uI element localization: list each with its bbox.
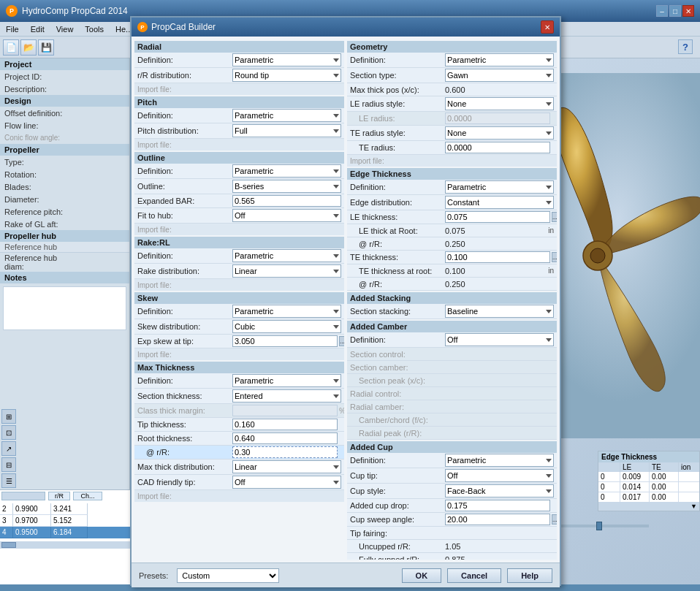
- at-rr-input[interactable]: [232, 446, 338, 458]
- le-thickness-ellipsis[interactable]: ...: [552, 212, 557, 222]
- rake-dist-select[interactable]: Linear: [232, 264, 341, 278]
- pitch-dist-label: Pitch distribution:: [137, 126, 232, 135]
- propeller-section-header[interactable]: Propeller: [0, 144, 129, 156]
- pitch-dist-select[interactable]: Full: [232, 124, 341, 137]
- section-stacking-select[interactable]: Baseline: [445, 305, 554, 318]
- toolbar-save[interactable]: 💾: [38, 39, 54, 56]
- side-btn-2[interactable]: ⊡: [1, 425, 16, 440]
- te-thick-root-row: TE thickness at root: 0.100 in: [347, 264, 557, 278]
- notes-text-area[interactable]: [3, 286, 126, 330]
- geo-def-select[interactable]: Parametric: [445, 53, 554, 66]
- skew-dist-select[interactable]: Cubic: [232, 320, 341, 333]
- outline-select[interactable]: B-series: [232, 180, 341, 193]
- fit-to-hub-select[interactable]: Off: [232, 209, 341, 222]
- rake-rl-def-select[interactable]: Parametric: [232, 249, 341, 262]
- tip-thickness-input[interactable]: [232, 419, 338, 430]
- max-thick-dist-select[interactable]: Linear: [232, 460, 341, 473]
- type-row: Type:: [0, 156, 129, 168]
- te-thick-root-label: TE thickness at root:: [350, 267, 445, 275]
- flow-line-label: Flow line:: [4, 121, 77, 130]
- close-button[interactable]: ✕: [682, 5, 694, 17]
- help-button[interactable]: Help: [507, 568, 552, 583]
- side-btn-5[interactable]: ☰: [1, 473, 16, 488]
- rr-dist-select[interactable]: Round tip: [232, 69, 341, 82]
- cup-tip-select[interactable]: Off: [445, 469, 554, 482]
- toolbar-open[interactable]: 📂: [20, 39, 37, 56]
- max-thick-def-select[interactable]: Parametric: [232, 374, 341, 387]
- cup-sweep-ellipsis[interactable]: ...: [552, 514, 557, 525]
- outline-def-select[interactable]: Parametric: [232, 164, 341, 178]
- notes-section-header[interactable]: Notes: [0, 272, 129, 283]
- type-label: Type:: [4, 158, 77, 167]
- table-row[interactable]: 3 0.9700 5.152: [0, 515, 130, 527]
- radial-camber-row: Radial camber:: [347, 400, 557, 413]
- root-thickness-input[interactable]: [232, 432, 338, 444]
- te-thickness-input[interactable]: [445, 251, 550, 263]
- side-btn-3[interactable]: ↗: [1, 441, 16, 456]
- cup-def-select[interactable]: Parametric: [445, 454, 554, 467]
- te-radius-input[interactable]: [445, 142, 550, 153]
- le-radius-style-select[interactable]: None: [445, 97, 554, 110]
- menu-file[interactable]: File: [0, 23, 25, 35]
- cancel-button[interactable]: Cancel: [447, 568, 501, 583]
- te-radius-style-select[interactable]: None: [445, 126, 554, 140]
- outline-label: Outline:: [137, 182, 232, 191]
- cup-style-label: Cup style:: [350, 487, 445, 495]
- table-row[interactable]: 2 0.9900 3.241: [0, 503, 130, 515]
- cup-drop-input[interactable]: [445, 500, 550, 511]
- cup-sweep-row: Cup sweep angle: ... deg: [347, 513, 557, 527]
- pitch-def-select[interactable]: Parametric: [232, 109, 341, 122]
- te-thickness-ellipsis[interactable]: ...: [552, 252, 557, 262]
- added-cup-drop-label: Added cup drop:: [350, 501, 445, 510]
- col-le: LE: [620, 462, 650, 472]
- at-rr-label: @ r/R:: [137, 448, 232, 457]
- max-thick-def-row: Definition: Parametric: [134, 373, 344, 389]
- help-question-icon[interactable]: ?: [678, 39, 693, 54]
- prop-hub-section-header[interactable]: Propeller hub: [0, 230, 129, 242]
- side-btn-1[interactable]: ⊞: [1, 409, 16, 424]
- slider-thumb[interactable]: [596, 522, 602, 530]
- exp-skew-input[interactable]: [232, 335, 338, 347]
- expanded-bar-input[interactable]: [232, 195, 341, 207]
- exp-skew-ellipsis[interactable]: ...: [339, 336, 344, 346]
- section-peak-label: Section peak (x/c):: [350, 376, 445, 385]
- cad-friendly-select[interactable]: Off: [232, 476, 341, 489]
- camber-def-select[interactable]: Off: [445, 333, 554, 346]
- edge-def-select[interactable]: Parametric: [445, 180, 554, 194]
- table-row-selected[interactable]: 4 0.9500 6.184: [0, 527, 130, 538]
- edge-dist-select[interactable]: Constant: [445, 196, 554, 209]
- skew-def-select[interactable]: Parametric: [232, 305, 341, 318]
- cup-style-select[interactable]: Face-Back: [445, 484, 554, 497]
- conic-flow-label: Conic flow angle:: [4, 134, 77, 142]
- radial-def-select[interactable]: Parametric: [232, 53, 341, 66]
- menu-tools[interactable]: Tools: [79, 23, 110, 35]
- edge-thickness-panel-header: Edge Thickness: [601, 453, 657, 461]
- project-section-header[interactable]: Project: [0, 58, 129, 70]
- section-thickness-select[interactable]: Entered: [232, 389, 341, 403]
- maximize-button[interactable]: □: [669, 5, 681, 17]
- side-btn-4[interactable]: ⊟: [1, 457, 16, 472]
- cup-sweep-label: Cup sweep angle:: [350, 515, 445, 524]
- scroll-down-arrow[interactable]: ▼: [598, 502, 699, 511]
- rake-import-row: Import file:: [134, 279, 344, 291]
- dialog-close-button[interactable]: ✕: [541, 20, 554, 34]
- fit-to-hub-label: Fit to hub:: [137, 211, 232, 220]
- radial-header: Radial: [134, 41, 344, 53]
- le-thickness-input[interactable]: [445, 211, 550, 223]
- menu-edit[interactable]: Edit: [25, 23, 50, 35]
- fully-cupped-rr-label: Fully cupped r/R:: [350, 555, 445, 560]
- ok-button[interactable]: OK: [402, 568, 442, 583]
- rake-rl-def-row: Definition: Parametric: [134, 248, 344, 264]
- presets-select[interactable]: Custom: [177, 568, 279, 583]
- toolbar-new[interactable]: 📄: [3, 39, 19, 56]
- svg-point-2: [590, 248, 605, 263]
- design-section-header[interactable]: Design: [0, 95, 129, 107]
- section-type-select[interactable]: Gawn: [445, 69, 554, 82]
- added-camber-header: Added Camber: [347, 321, 557, 332]
- max-thick-dist-row: Max thick distribution: Linear: [134, 460, 344, 475]
- minimize-button[interactable]: –: [656, 5, 668, 17]
- menu-view[interactable]: View: [50, 23, 80, 35]
- app-icon: P: [6, 5, 18, 17]
- skew-import-row: Import file:: [134, 348, 344, 360]
- cup-sweep-input[interactable]: [445, 514, 550, 525]
